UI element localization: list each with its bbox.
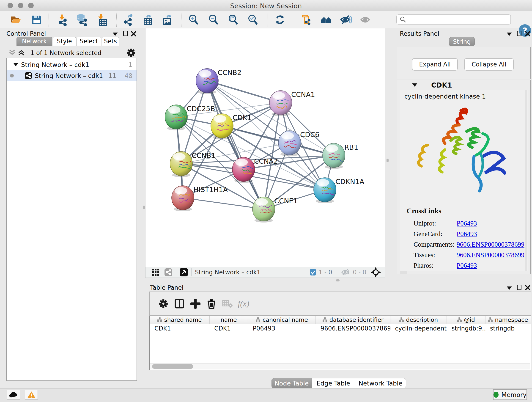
protein-structure-image bbox=[414, 104, 513, 200]
edge-CCNB2-CCNA1[interactable] bbox=[207, 81, 281, 103]
search-input[interactable] bbox=[406, 16, 510, 23]
warnings-button[interactable] bbox=[25, 390, 38, 400]
zoom-in-icon[interactable] bbox=[187, 13, 200, 26]
column-header[interactable]: database identifier bbox=[316, 316, 390, 324]
tab-select[interactable]: Select bbox=[76, 37, 101, 46]
edge-HIST1H1A-CCNE1[interactable] bbox=[183, 198, 264, 209]
table-panel-close-icon[interactable] bbox=[525, 285, 531, 291]
bottom-splitter-handle[interactable] bbox=[336, 279, 340, 281]
export-table-icon[interactable] bbox=[141, 13, 154, 26]
column-header[interactable]: name bbox=[210, 316, 248, 324]
network-options-gear-icon[interactable] bbox=[127, 48, 136, 57]
apply-layout-icon[interactable] bbox=[273, 13, 286, 26]
collapse-all-button[interactable]: Collapse All bbox=[464, 58, 514, 70]
memory-button[interactable]: Memory bbox=[493, 389, 527, 400]
left-splitter-handle[interactable] bbox=[143, 206, 145, 209]
gene-collapse-icon[interactable] bbox=[412, 83, 418, 87]
node-HIST1H1A[interactable] bbox=[172, 186, 194, 211]
table-panel-float-icon[interactable] bbox=[517, 285, 521, 290]
cell-database-identifier[interactable]: 9606.ENSP00000378699 bbox=[316, 325, 390, 332]
node-CCNA2[interactable] bbox=[232, 157, 255, 183]
tab-string-results[interactable]: String bbox=[449, 37, 475, 46]
results-panel-float-icon[interactable] bbox=[517, 31, 521, 36]
tab-style[interactable]: Style bbox=[53, 37, 76, 46]
open-session-icon[interactable] bbox=[9, 13, 22, 26]
current-network-name: String Network – cdk1 bbox=[195, 269, 260, 276]
network-canvas[interactable]: CCNB2CCNA1CDC25BCDK1CDC6RB1CCNB1CCNA2CDK… bbox=[145, 28, 385, 267]
show-columns-icon[interactable] bbox=[171, 297, 187, 311]
hidden-items-eye-icon bbox=[341, 269, 351, 276]
cell-namespace[interactable]: stringdb bbox=[486, 325, 531, 332]
table-panel-collapse-icon[interactable] bbox=[507, 287, 512, 290]
cell-shared-name[interactable]: CDK1 bbox=[150, 325, 210, 332]
zoom-fit-icon[interactable] bbox=[227, 13, 240, 26]
import-network-database-icon[interactable] bbox=[75, 13, 88, 26]
pharos-link[interactable]: P06493 bbox=[457, 262, 477, 269]
import-table-icon[interactable] bbox=[96, 13, 109, 26]
node-CCNB1[interactable] bbox=[170, 152, 192, 177]
results-scrollbar[interactable] bbox=[525, 90, 527, 271]
delete-column-icon[interactable] bbox=[203, 297, 220, 311]
import-network-file-icon[interactable] bbox=[56, 13, 69, 26]
uniprot-link[interactable]: P06493 bbox=[457, 220, 477, 227]
gene-details-header[interactable]: CDK1 bbox=[397, 80, 530, 90]
compartments-link[interactable]: 9606.ENSP00000378699 bbox=[457, 241, 525, 248]
node-CDKN1A[interactable] bbox=[314, 178, 336, 203]
table-options-gear-icon[interactable] bbox=[155, 297, 171, 311]
grid-view-icon[interactable] bbox=[152, 268, 160, 276]
column-header[interactable]: canonical name bbox=[248, 316, 316, 324]
cell-description[interactable]: cyclin-dependent ... bbox=[390, 325, 447, 332]
save-session-icon[interactable] bbox=[30, 13, 43, 26]
tab-sets[interactable]: Sets bbox=[102, 37, 119, 46]
scrollbar-thumb[interactable] bbox=[152, 364, 193, 369]
table-horizontal-scrollbar[interactable] bbox=[150, 363, 530, 370]
hide-selected-icon[interactable] bbox=[340, 13, 352, 26]
table-row[interactable]: CDK1 CDK1 P06493 9606.ENSP00000378699 cy… bbox=[150, 324, 531, 333]
tab-node-table[interactable]: Node Table bbox=[272, 378, 312, 388]
export-network-icon[interactable] bbox=[122, 13, 135, 26]
cell-name[interactable]: CDK1 bbox=[210, 325, 248, 332]
tab-network-table[interactable]: Network Table bbox=[355, 378, 406, 388]
network-tree-selected-row[interactable]: String Network – cdk1 11 48 bbox=[7, 70, 137, 81]
network-tree-root-row[interactable]: String Network – cdk1 1 bbox=[7, 59, 137, 70]
node-CCNE1[interactable] bbox=[253, 197, 275, 223]
node-CDC6[interactable] bbox=[278, 131, 301, 156]
control-panel-collapse-icon[interactable] bbox=[113, 32, 118, 36]
network-view-icon[interactable] bbox=[164, 268, 172, 276]
create-column-icon[interactable] bbox=[187, 297, 203, 311]
column-header[interactable]: namespace bbox=[486, 316, 531, 324]
column-header[interactable]: shared name bbox=[150, 316, 210, 324]
tissues-link[interactable]: 9606.ENSP00000378699 bbox=[457, 251, 525, 259]
right-splitter-handle[interactable] bbox=[386, 159, 389, 162]
search-box[interactable] bbox=[396, 14, 511, 25]
zoom-selected-icon[interactable] bbox=[247, 13, 259, 26]
zoom-out-icon[interactable] bbox=[207, 13, 220, 26]
results-panel-close-icon[interactable] bbox=[525, 31, 531, 37]
control-panel-float-icon[interactable] bbox=[123, 31, 128, 36]
cloud-status-button[interactable] bbox=[7, 390, 20, 400]
first-neighbors-icon[interactable] bbox=[320, 13, 333, 26]
node-CCNA1[interactable] bbox=[269, 90, 292, 116]
tab-network[interactable]: Network bbox=[17, 37, 52, 46]
show-all-icon[interactable] bbox=[360, 13, 373, 26]
gene-symbol: CDK1 bbox=[431, 81, 452, 89]
column-header[interactable]: description bbox=[390, 316, 447, 324]
clone-network-icon[interactable] bbox=[300, 13, 313, 26]
export-image-icon[interactable] bbox=[161, 13, 174, 26]
network-item-label: String Network – cdk1 bbox=[35, 72, 108, 79]
control-panel-close-icon[interactable] bbox=[131, 31, 137, 37]
tree-expand-icon[interactable] bbox=[13, 63, 18, 66]
edge-CCNA2-CDKN1A[interactable] bbox=[244, 169, 325, 190]
birds-eye-view-icon[interactable] bbox=[370, 267, 381, 278]
cell-canonical-name[interactable]: P06493 bbox=[248, 325, 316, 332]
expand-all-button[interactable]: Expand All bbox=[412, 58, 458, 70]
column-header[interactable]: @id bbox=[447, 316, 486, 324]
cell-id[interactable]: stringdb:9... bbox=[447, 325, 486, 332]
detach-view-icon[interactable] bbox=[179, 268, 188, 277]
node-CDC25B[interactable] bbox=[165, 105, 187, 130]
genecard-link[interactable]: P06493 bbox=[457, 230, 477, 237]
node-RB1[interactable] bbox=[323, 143, 345, 169]
results-panel-collapse-icon[interactable] bbox=[507, 32, 512, 36]
selected-nodes-checkbox-icon[interactable] bbox=[310, 269, 317, 276]
tab-edge-table[interactable]: Edge Table bbox=[312, 378, 355, 388]
